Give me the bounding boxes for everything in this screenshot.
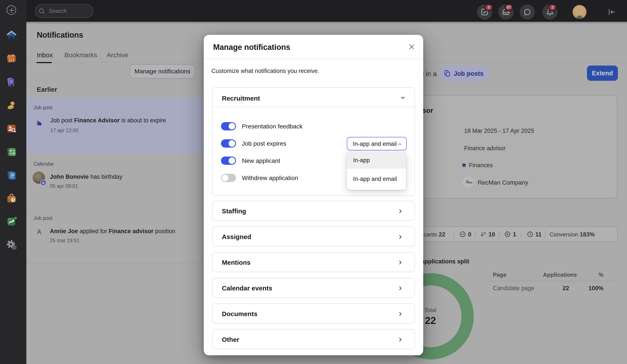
svg-text:Rec: Rec <box>467 181 473 184</box>
